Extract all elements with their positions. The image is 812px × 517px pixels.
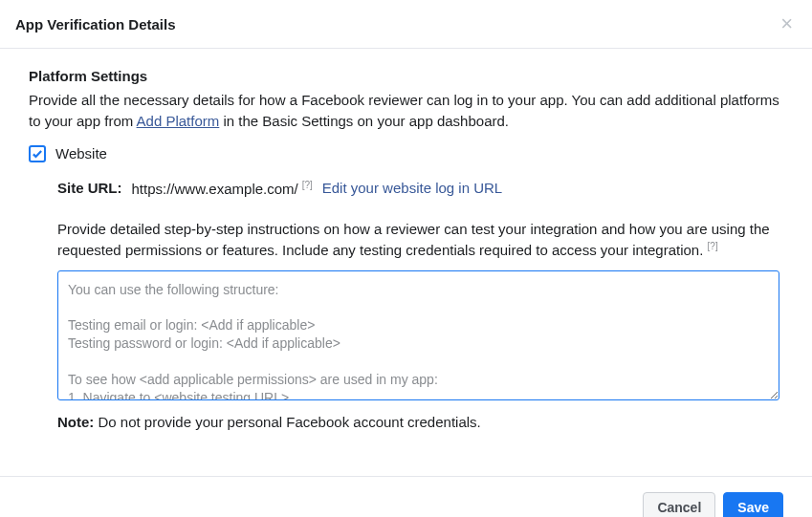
site-url-label: Site URL:: [57, 180, 122, 196]
save-button[interactable]: Save: [723, 492, 783, 517]
instructions-textarea[interactable]: [57, 270, 779, 400]
add-platform-link[interactable]: Add Platform: [137, 113, 220, 129]
note-label: Note:: [57, 414, 94, 430]
platform-checkbox-row: Website: [29, 145, 783, 162]
help-icon[interactable]: [?]: [302, 180, 313, 190]
modal-body: Platform Settings Provide all the necess…: [0, 49, 812, 438]
website-checkbox[interactable]: [29, 145, 46, 162]
modal-footer: Cancel Save: [0, 476, 812, 517]
edit-url-link[interactable]: Edit your website log in URL: [322, 180, 502, 196]
platform-details: Site URL: https://www.example.com/ [?] E…: [29, 180, 783, 430]
section-description: Provide all the necessary details for ho…: [29, 90, 783, 132]
desc-post: in the Basic Settings on your app dashbo…: [219, 113, 509, 129]
note-text: Do not provide your personal Facebook ac…: [94, 414, 480, 430]
instructions-text: Provide detailed step-by-step instructio…: [57, 221, 770, 258]
site-url-value-wrap: https://www.example.com/ [?]: [132, 180, 313, 197]
close-icon: ×: [780, 11, 793, 35]
cancel-button[interactable]: Cancel: [643, 492, 715, 517]
site-url-row: Site URL: https://www.example.com/ [?] E…: [57, 180, 783, 197]
modal-header: App Verification Details ×: [0, 0, 812, 49]
help-icon[interactable]: [?]: [708, 241, 718, 251]
close-button[interactable]: ×: [777, 13, 797, 34]
check-icon: [32, 148, 43, 160]
app-verification-modal: App Verification Details × Platform Sett…: [0, 0, 812, 517]
note: Note: Do not provide your personal Faceb…: [57, 414, 783, 430]
section-heading: Platform Settings: [29, 68, 783, 84]
modal-title: App Verification Details: [15, 16, 176, 32]
site-url-value: https://www.example.com/: [132, 180, 298, 196]
instructions-description: Provide detailed step-by-step instructio…: [57, 219, 783, 261]
website-checkbox-label: Website: [55, 145, 107, 162]
